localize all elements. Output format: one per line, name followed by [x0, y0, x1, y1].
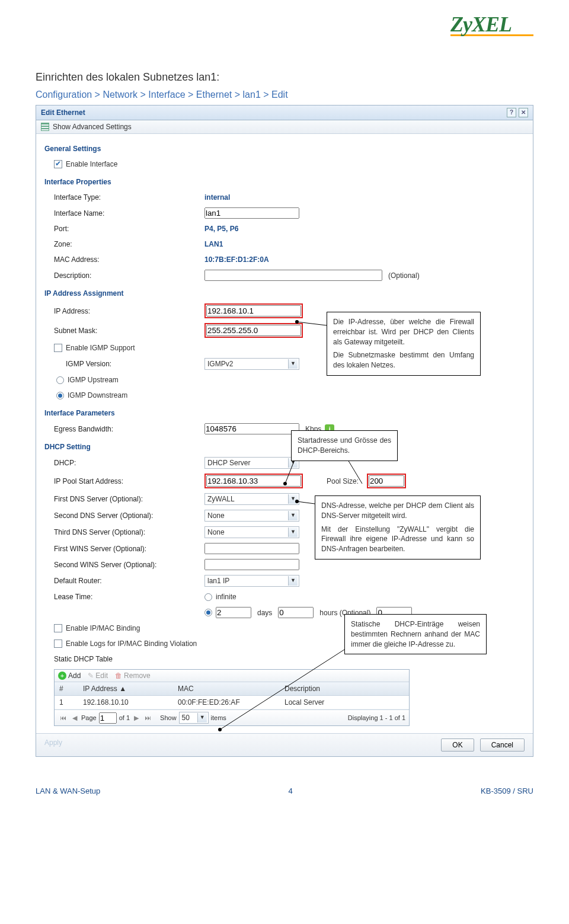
- first-page-icon[interactable]: ⏮: [58, 714, 68, 721]
- section-general: General Settings: [44, 145, 525, 153]
- enable-interface-label: Enable Interface: [66, 160, 117, 168]
- lbl-igmp-down: IGMP Downstream: [68, 391, 127, 399]
- svg-point-3: [283, 482, 287, 485]
- show-advanced-link[interactable]: Show Advanced Settings: [53, 123, 132, 131]
- svg-line-0: [297, 322, 327, 325]
- cb-ipmac-log[interactable]: [54, 640, 62, 648]
- lbl-ipmac-log: Enable Logs for IP/MAC Binding Violation: [66, 640, 197, 648]
- select-dns1[interactable]: ZyWALL▼: [204, 493, 299, 505]
- col-num[interactable]: #: [55, 682, 78, 695]
- input-lease-hours[interactable]: [278, 607, 314, 618]
- ok-button[interactable]: OK: [441, 738, 474, 752]
- trash-icon: 🗑: [115, 672, 122, 680]
- cancel-button[interactable]: Cancel: [480, 738, 525, 752]
- radio-lease-custom[interactable]: [204, 609, 212, 616]
- chevron-down-icon: ▼: [197, 713, 207, 722]
- lbl-desc: Description:: [44, 271, 204, 280]
- breadcrumb: Configuration > Network > Interface > Et…: [36, 89, 533, 100]
- igmp-checkbox[interactable]: [54, 344, 62, 352]
- remove-button[interactable]: 🗑Remove: [115, 672, 151, 680]
- lbl-dhcp: DHCP:: [44, 459, 204, 467]
- last-page-icon[interactable]: ⏭: [143, 714, 153, 721]
- select-pagesize[interactable]: 50▼: [179, 712, 209, 724]
- page-input[interactable]: [99, 712, 117, 724]
- input-desc[interactable]: [204, 270, 382, 281]
- select-defrouter[interactable]: lan1 IP▼: [204, 575, 299, 587]
- close-icon[interactable]: ✕: [519, 108, 528, 117]
- chevron-down-icon: ▼: [288, 576, 298, 586]
- help-icon[interactable]: ?: [507, 108, 516, 117]
- chevron-down-icon: ▼: [288, 359, 298, 369]
- brand-logo: ZyXEL: [450, 12, 533, 36]
- grid-icon: [41, 123, 49, 131]
- prev-page-icon[interactable]: ◀: [71, 714, 79, 722]
- pencil-icon: ✎: [88, 672, 94, 680]
- lbl-pool: IP Pool Start Address:: [44, 477, 204, 485]
- optional-text: (Optional): [388, 271, 420, 280]
- window-title: Edit Ethernet: [41, 108, 85, 117]
- apply-button: Apply: [44, 738, 62, 752]
- lbl-iface-type: Interface Type:: [44, 193, 204, 202]
- svg-point-1: [295, 320, 299, 324]
- val-iface-type: internal: [204, 193, 230, 202]
- page-footer: LAN & WAN-Setup 4 KB-3509 / SRU: [36, 786, 533, 795]
- callout-ip: Die IP-Adresse, über welche die Firewall…: [327, 312, 481, 376]
- lbl-infinite: infinite: [216, 593, 236, 601]
- next-page-icon[interactable]: ▶: [132, 714, 140, 722]
- lbl-egress: Egress Bandwidth:: [44, 425, 204, 433]
- chevron-down-icon: ▼: [288, 511, 298, 520]
- displaying-text: Displaying 1 - 1 of 1: [348, 714, 405, 721]
- doc-heading: Einrichten des lokalen Subnetzes lan1:: [36, 71, 533, 84]
- radio-igmp-down[interactable]: [56, 392, 64, 399]
- callout-static: Statische DHCP-Einträge weisen bestimmte…: [344, 614, 487, 654]
- edit-button[interactable]: ✎Edit: [88, 672, 108, 680]
- select-dns3[interactable]: None▼: [204, 526, 299, 538]
- input-mask[interactable]: [206, 325, 301, 336]
- lbl-iface-name: Interface Name:: [44, 209, 204, 218]
- callout-dns: DNS-Adresse, welche per DHCP dem Client …: [315, 495, 481, 559]
- input-wins2[interactable]: [204, 559, 299, 570]
- lbl-dns2: Second DNS Server (Optional):: [44, 511, 204, 520]
- input-ip[interactable]: [206, 305, 301, 316]
- section-interface-properties: Interface Properties: [44, 178, 525, 186]
- col-ip[interactable]: IP Address ▲: [78, 682, 173, 695]
- cb-ipmac[interactable]: [54, 624, 62, 632]
- lbl-static-table: Static DHCP Table: [44, 655, 204, 663]
- lbl-mask: Subnet Mask:: [44, 327, 204, 335]
- lbl-mac: MAC Address:: [44, 255, 204, 264]
- lbl-ipmac: Enable IP/MAC Binding: [66, 624, 140, 632]
- input-poolsize[interactable]: [369, 475, 404, 487]
- lbl-defrouter: Default Router:: [44, 577, 204, 585]
- select-igmp-ver[interactable]: IGMPv2▼: [204, 358, 299, 370]
- section-ip-assignment: IP Address Assignment: [44, 289, 525, 298]
- val-zone: LAN1: [204, 240, 223, 248]
- select-dns2[interactable]: None▼: [204, 510, 299, 522]
- section-interface-params: Interface Parameters: [44, 409, 525, 417]
- lbl-wins1: First WINS Server (Optional):: [44, 545, 204, 553]
- enable-interface-checkbox[interactable]: [54, 160, 62, 168]
- input-wins1[interactable]: [204, 543, 299, 554]
- chevron-down-icon: ▼: [288, 527, 298, 537]
- input-iface-name[interactable]: [204, 207, 299, 219]
- svg-line-5: [297, 501, 315, 504]
- lbl-dns3: Third DNS Server (Optional):: [44, 528, 204, 536]
- input-lease-days[interactable]: [216, 607, 251, 618]
- lbl-days: days: [257, 609, 272, 617]
- val-mac: 10:7B:EF:D1:2F:0A: [204, 255, 269, 264]
- add-button[interactable]: +Add: [58, 672, 81, 680]
- radio-igmp-up[interactable]: [56, 376, 64, 384]
- lbl-zone: Zone:: [44, 240, 204, 248]
- svg-point-8: [218, 728, 222, 731]
- lbl-igmp-up: IGMP Upstream: [68, 376, 119, 384]
- svg-line-7: [220, 650, 344, 730]
- lbl-wins2: Second WINS Server (Optional):: [44, 561, 204, 569]
- lbl-lease: Lease Time:: [44, 593, 204, 601]
- radio-lease-infinite[interactable]: [204, 593, 212, 601]
- edit-ethernet-window: Edit Ethernet ? ✕ Show Advanced Settings…: [36, 105, 533, 757]
- section-dhcp: DHCP Setting: [44, 443, 525, 451]
- callout-pool: Startadresse und Grösse des DHCP-Bereich…: [291, 430, 398, 461]
- plus-icon: +: [58, 672, 66, 680]
- input-egress[interactable]: [204, 423, 299, 434]
- toolbar: Show Advanced Settings: [36, 120, 533, 134]
- svg-point-6: [295, 500, 299, 503]
